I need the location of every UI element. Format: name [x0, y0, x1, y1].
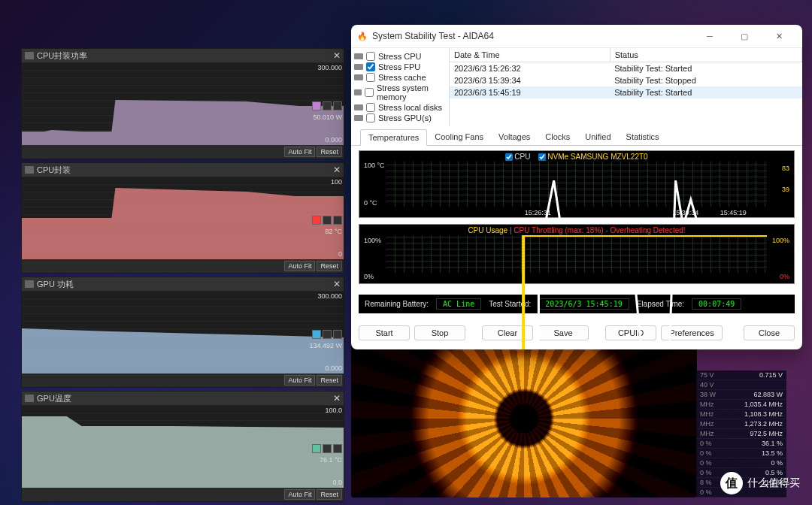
reading-row: 0 %13.5 % — [696, 449, 786, 458]
log-body: 2023/6/3 15:26:32Stability Test: Started… — [450, 62, 802, 99]
stress-option[interactable]: Stress system memory — [354, 83, 446, 102]
reset-button[interactable]: Reset — [317, 147, 342, 157]
panel-title: CPU封装功率 — [37, 50, 333, 62]
panel-title: GPU温度 — [37, 393, 333, 404]
series-swatch[interactable] — [323, 216, 332, 225]
stress-checkbox[interactable] — [365, 88, 374, 97]
cpu-series-toggle[interactable]: CPU — [505, 153, 530, 161]
panel-title: GPU 功耗 — [37, 279, 333, 290]
tab-clocks[interactable]: Clocks — [538, 129, 577, 145]
stress-checkbox[interactable] — [366, 103, 375, 112]
maximize-button[interactable]: ▢ — [727, 25, 762, 47]
watermark-icon: 值 — [720, 472, 743, 494]
monitor-panel: GPU温度 ✕ 100.0 76.1 °C 0.0 Auto Fit Reset — [21, 391, 344, 502]
reading-row: 38 W62.883 W — [696, 390, 786, 400]
reading-row: MHz1,035.4 MHz — [696, 400, 786, 410]
stress-option[interactable]: Stress cache — [354, 72, 446, 83]
tab-strip: TemperaturesCooling FansVoltagesClocksUn… — [351, 129, 802, 146]
stress-option[interactable]: Stress local disks — [354, 102, 446, 113]
nvme-series-toggle[interactable]: NVMe SAMSUNG MZVL22T0 — [538, 153, 647, 161]
tab-temperatures[interactable]: Temperatures — [360, 129, 427, 146]
autofit-button[interactable]: Auto Fit — [284, 261, 315, 271]
device-icon — [354, 64, 363, 70]
reading-row: MHz1,273.2 MHz — [696, 419, 786, 429]
tab-statistics[interactable]: Statistics — [619, 129, 667, 145]
tab-cooling-fans[interactable]: Cooling Fans — [427, 129, 491, 145]
watermark: 值 什么值得买 — [720, 472, 800, 494]
chip-icon — [25, 395, 34, 402]
chip-icon — [25, 280, 34, 288]
stress-label: Stress cache — [378, 73, 426, 82]
tab-unified[interactable]: Unified — [577, 129, 618, 145]
stress-checkbox[interactable] — [366, 62, 375, 71]
series-swatch[interactable] — [312, 101, 321, 110]
aida-window: 🔥 System Stability Test - AIDA64 ─ ▢ ✕ S… — [351, 25, 802, 349]
series-swatch[interactable] — [333, 101, 342, 110]
reading-row: 75 V0.715 V — [696, 370, 786, 380]
series-swatch[interactable] — [312, 330, 321, 339]
col-status[interactable]: Status — [610, 48, 801, 62]
svg-marker-1 — [22, 188, 344, 259]
stress-label: Stress local disks — [378, 103, 442, 112]
stress-label: Stress system memory — [377, 83, 446, 101]
temperature-graph: CPU NVMe SAMSUNG MZVL22T0 100 °C 0 °C 83… — [359, 150, 795, 218]
autofit-button[interactable]: Auto Fit — [284, 489, 315, 500]
app-icon: 🔥 — [357, 31, 368, 41]
chip-icon — [25, 166, 34, 174]
reading-row: 0 %0 % — [696, 458, 786, 468]
stress-checkbox[interactable] — [366, 113, 375, 122]
reset-button[interactable]: Reset — [317, 261, 342, 271]
stress-label: Stress CPU — [378, 52, 421, 61]
log-row[interactable]: 2023/6/3 15:39:34Stability Test: Stopped — [450, 74, 802, 86]
series-swatch[interactable] — [333, 444, 342, 453]
device-icon — [354, 53, 363, 59]
panel-close-button[interactable]: ✕ — [333, 50, 341, 61]
stress-label: Stress GPU(s) — [378, 113, 432, 122]
panel-close-button[interactable]: ✕ — [333, 165, 341, 175]
series-swatch[interactable] — [323, 330, 332, 339]
series-swatch[interactable] — [323, 101, 332, 110]
device-icon — [354, 89, 362, 95]
series-swatch[interactable] — [333, 330, 342, 339]
monitor-panel: GPU 功耗 ✕ 300.000 134.492 W 0.000 Auto Fi… — [21, 277, 344, 388]
svg-marker-0 — [22, 100, 344, 145]
benchmark-background — [351, 340, 697, 497]
panel-close-button[interactable]: ✕ — [333, 279, 341, 289]
titlebar[interactable]: 🔥 System Stability Test - AIDA64 ─ ▢ ✕ — [351, 25, 802, 47]
usage-graph: CPU Usage | CPU Throttling (max: 18%) - … — [359, 224, 795, 284]
panel-close-button[interactable]: ✕ — [333, 393, 341, 404]
stress-label: Stress FPU — [378, 62, 420, 71]
series-swatch[interactable] — [312, 216, 321, 225]
series-swatch[interactable] — [333, 216, 342, 225]
monitor-panel: CPU封装功率 ✕ 300.000 50.010 W 0.000 Auto Fi… — [21, 48, 344, 159]
svg-marker-3 — [22, 416, 344, 488]
tab-voltages[interactable]: Voltages — [491, 129, 538, 145]
device-icon — [354, 115, 363, 121]
log-row[interactable]: 2023/6/3 15:45:19Stability Test: Started — [450, 86, 802, 98]
close-button[interactable]: ✕ — [762, 25, 796, 47]
autofit-button[interactable]: Auto Fit — [284, 375, 315, 386]
col-datetime[interactable]: Date & Time — [450, 48, 610, 62]
autofit-button[interactable]: Auto Fit — [284, 147, 315, 157]
reading-row: MHz1,108.3 MHz — [696, 410, 786, 419]
reading-row: 0 %36.1 % — [696, 439, 786, 449]
stress-checkbox[interactable] — [366, 52, 375, 61]
minimize-button[interactable]: ─ — [692, 25, 727, 47]
stress-options: Stress CPUStress FPUStress cacheStress s… — [351, 48, 449, 126]
stress-option[interactable]: Stress FPU — [354, 62, 446, 72]
series-swatch[interactable] — [323, 444, 332, 453]
device-icon — [354, 104, 363, 110]
reset-button[interactable]: Reset — [317, 375, 342, 386]
stress-option[interactable]: Stress GPU(s) — [354, 113, 446, 123]
log-row[interactable]: 2023/6/3 15:26:32Stability Test: Started — [450, 62, 802, 75]
svg-marker-2 — [22, 328, 344, 373]
stress-option[interactable]: Stress CPU — [354, 51, 446, 62]
chip-icon — [25, 52, 34, 59]
device-icon — [354, 74, 363, 80]
monitor-panel: CPU封装 ✕ 100 82 °C 0 Auto Fit Reset — [21, 162, 344, 274]
reset-button[interactable]: Reset — [317, 489, 342, 500]
series-swatch[interactable] — [312, 444, 321, 453]
monitor-panels: CPU封装功率 ✕ 300.000 50.010 W 0.000 Auto Fi… — [21, 48, 344, 505]
stress-checkbox[interactable] — [366, 73, 375, 82]
event-log: Date & Time Status 2023/6/3 15:26:32Stab… — [449, 48, 802, 126]
